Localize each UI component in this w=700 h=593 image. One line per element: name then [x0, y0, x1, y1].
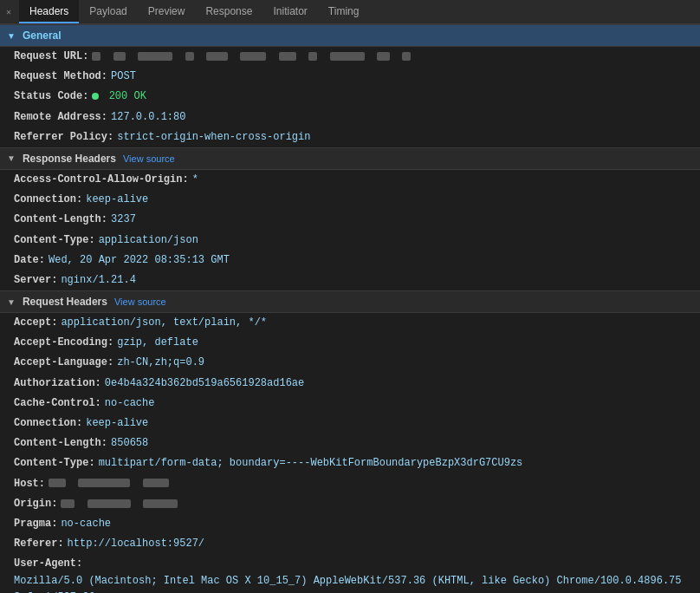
accept-key: Accept: — [14, 315, 57, 331]
general-collapse-arrow: ▼ — [7, 31, 16, 41]
remote-address-key: Remote Address: — [14, 109, 107, 126]
referrer-policy-value: strict-origin-when-cross-origin — [117, 129, 310, 146]
request-method-key: Request Method: — [14, 68, 107, 85]
response-headers-section-header[interactable]: ▼ Response Headers View source — [0, 147, 700, 170]
content-type-value: application/json — [99, 232, 198, 249]
list-item: Referer: http://localhost:9527/ — [0, 534, 700, 554]
pragma-value: no-cache — [61, 516, 111, 532]
cache-control-key: Cache-Control: — [14, 395, 101, 412]
server-value: nginx/1.21.4 — [61, 272, 135, 289]
list-item: Accept-Language: zh-CN,zh;q=0.9 — [0, 353, 700, 373]
request-headers-section-header[interactable]: ▼ Request Headers View source — [0, 290, 700, 313]
authorization-value: 0e4b4a324b362bd519a6561928ad16ae — [105, 375, 304, 392]
list-item: Content-Type: multipart/form-data; bound… — [0, 453, 700, 473]
remote-address-value: 127.0.0.1:80 — [111, 109, 185, 126]
close-icon[interactable]: ✕ — [3, 7, 14, 17]
access-control-value: * — [192, 172, 198, 188]
access-control-key: Access-Control-Allow-Origin: — [14, 172, 189, 188]
date-key: Date: — [14, 252, 45, 269]
cache-control-value: no-cache — [105, 395, 155, 412]
req-content-length-key: Content-Length: — [14, 435, 107, 452]
tab-response[interactable]: Response — [195, 0, 262, 23]
request-headers-collapse-arrow: ▼ — [7, 297, 16, 307]
list-item: Authorization: 0e4b4a324b362bd519a656192… — [0, 374, 700, 394]
req-content-type-key: Content-Type: — [14, 455, 95, 472]
list-item: Pragma: no-cache — [0, 514, 700, 534]
referer-value: http://localhost:9527/ — [68, 536, 204, 552]
accept-language-key: Accept-Language: — [14, 355, 113, 371]
list-item: Date: Wed, 20 Apr 2022 08:35:13 GMT — [0, 251, 700, 270]
list-item: Access-Control-Allow-Origin: * — [0, 170, 700, 190]
req-content-type-value: multipart/form-data; boundary=----WebKit… — [99, 455, 523, 472]
req-content-length-value: 850658 — [111, 435, 148, 452]
list-item: User-Agent: Mozilla/5.0 (Macintosh; Inte… — [0, 554, 700, 593]
request-headers-view-source[interactable]: View source — [114, 296, 166, 307]
list-item: Content-Length: 850658 — [0, 433, 700, 453]
accept-encoding-value: gzip, deflate — [117, 335, 198, 351]
request-method-row: Request Method: POST — [0, 67, 700, 87]
req-connection-key: Connection: — [14, 415, 82, 432]
accept-language-value: zh-CN,zh;q=0.9 — [117, 355, 204, 371]
content-length-value: 3237 — [111, 212, 136, 228]
remote-address-row: Remote Address: 127.0.0.1:80 — [0, 108, 700, 127]
origin-key: Origin: — [14, 496, 57, 512]
response-headers-view-source[interactable]: View source — [123, 153, 175, 164]
status-code-key: Status Code: — [14, 88, 88, 105]
response-headers-title: Response Headers — [23, 153, 116, 165]
general-title: General — [23, 29, 62, 42]
general-content: Request URL: Request Method: POST Status… — [0, 47, 700, 147]
content-length-key: Content-Length: — [14, 212, 107, 228]
referrer-policy-key: Referrer Policy: — [14, 129, 113, 146]
list-item: Origin: — [0, 494, 700, 514]
connection-value: keep-alive — [86, 192, 148, 208]
date-value: Wed, 20 Apr 2022 08:35:13 GMT — [49, 252, 230, 269]
referrer-policy-row: Referrer Policy: strict-origin-when-cros… — [0, 127, 700, 147]
req-connection-value: keep-alive — [86, 415, 148, 432]
request-headers-content: Accept: application/json, text/plain, */… — [0, 313, 700, 593]
general-section-header[interactable]: ▼ General — [0, 24, 700, 47]
request-url-value — [92, 49, 411, 65]
list-item: Connection: keep-alive — [0, 414, 700, 433]
accept-encoding-key: Accept-Encoding: — [14, 335, 113, 351]
tab-payload[interactable]: Payload — [79, 0, 137, 23]
status-code-row: Status Code: 200 OK — [0, 87, 700, 107]
host-value — [49, 476, 169, 492]
connection-key: Connection: — [14, 192, 82, 208]
status-code-value: 200 OK — [92, 88, 146, 105]
tab-timing[interactable]: Timing — [318, 0, 370, 23]
tab-headers[interactable]: Headers — [19, 0, 79, 23]
response-headers-content: Access-Control-Allow-Origin: * Connectio… — [0, 170, 700, 290]
tab-bar: ✕ Headers Payload Preview Response Initi… — [0, 0, 700, 24]
request-url-key: Request URL: — [14, 49, 88, 65]
list-item: Accept-Encoding: gzip, deflate — [0, 333, 700, 353]
status-dot — [92, 93, 99, 100]
response-headers-collapse-arrow: ▼ — [7, 153, 16, 163]
tab-preview[interactable]: Preview — [138, 0, 196, 23]
accept-value: application/json, text/plain, */* — [61, 315, 267, 331]
referer-key: Referer: — [14, 536, 64, 552]
user-agent-key: User-Agent: — [14, 556, 82, 572]
list-item: Host: — [0, 474, 700, 494]
user-agent-value: Mozilla/5.0 (Macintosh; Intel Mac OS X 1… — [14, 573, 686, 594]
content-type-key: Content-Type: — [14, 232, 95, 249]
list-item: Connection: keep-alive — [0, 190, 700, 210]
request-method-value: POST — [111, 68, 136, 85]
origin-value — [61, 496, 178, 512]
request-headers-title: Request Headers — [23, 296, 107, 308]
list-item: Server: nginx/1.21.4 — [0, 270, 700, 290]
request-url-row: Request URL: — [0, 47, 700, 67]
list-item: Accept: application/json, text/plain, */… — [0, 313, 700, 333]
tab-initiator[interactable]: Initiator — [262, 0, 317, 23]
host-key: Host: — [14, 476, 45, 492]
server-key: Server: — [14, 272, 57, 289]
list-item: Content-Length: 3237 — [0, 210, 700, 230]
list-item: Cache-Control: no-cache — [0, 394, 700, 414]
list-item: Content-Type: application/json — [0, 231, 700, 251]
authorization-key: Authorization: — [14, 375, 101, 392]
pragma-key: Pragma: — [14, 516, 57, 532]
